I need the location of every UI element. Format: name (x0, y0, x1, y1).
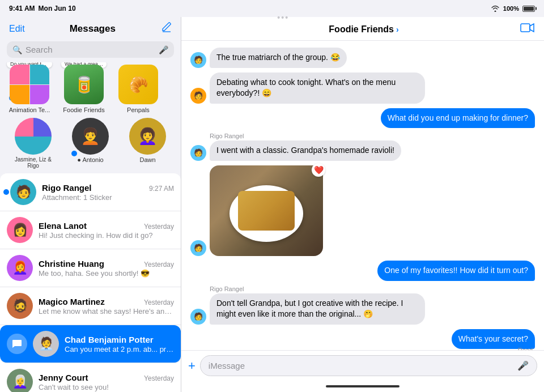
message-bubble: Don't tell Grandpa, but I got creative w… (210, 293, 425, 325)
conv-avatar: 👩‍🦳 (7, 369, 33, 392)
pinned-item-jasmine-liz-rigo[interactable]: Jasmine, Liz & Rigo (11, 118, 56, 169)
home-bar (326, 385, 400, 387)
conv-name: Christine Huang (39, 259, 104, 269)
message-bubble: What's your secret? (452, 329, 535, 350)
message-bubble: What did you end up making for dinner? (381, 108, 535, 129)
pinned-item-dawn[interactable]: 👩‍🦱 Dawn (125, 118, 171, 169)
conv-name: Rigo Rangel (42, 183, 92, 193)
conv-avatar: 👩 (7, 217, 33, 243)
msg-avatar: 🧑 (190, 52, 206, 68)
conv-name: Jenny Court (39, 373, 88, 382)
message-bubble: I went with a classic. Grandpa's homemad… (210, 140, 401, 161)
status-time: 9:41 AM (9, 5, 35, 12)
pinned-item-animation-te[interactable]: Do you want to review all the rend... An… (5, 65, 54, 113)
conv-preview: Hi! Just checking in. How did it go? (39, 231, 174, 240)
conversation-name: Foodie Friends (329, 24, 394, 35)
conv-time: Yesterday (144, 374, 174, 382)
conversation-list: 🧑 Rigo Rangel 9:27 AM Attachment: 1 Stic… (0, 173, 181, 392)
edit-button[interactable]: Edit (9, 24, 25, 34)
input-placeholder: iMessage (209, 361, 245, 370)
search-icon: 🔍 (12, 45, 22, 54)
msg-avatar: 🧑 (190, 240, 206, 256)
battery-icon (522, 6, 535, 12)
status-bar: 9:41 AM Mon Jun 10 ••• 100% (0, 0, 544, 17)
search-placeholder: Search (26, 45, 155, 54)
pinned-item-foodie-friends[interactable]: We had a great time. Home with... 🥫 Food… (59, 65, 109, 113)
compose-button[interactable] (160, 22, 172, 36)
message-row: What did you end up making for dinner? (190, 108, 535, 129)
pinned-item-antonio[interactable]: 🧑‍🦱 ● Antonio (68, 118, 113, 169)
food-image (210, 165, 323, 256)
conv-preview: Let me know what she says! Here's anothe… (39, 307, 174, 316)
message-group-outgoing: What's your secret? Read (190, 329, 535, 350)
wifi-icon (491, 5, 500, 12)
pinned-row2: Jasmine, Liz & Rigo 🧑‍🦱 ● Antonio 👩‍🦱 Da… (0, 118, 181, 173)
heart-reaction: ❤️ (312, 163, 325, 177)
add-attachment-button[interactable]: + (188, 359, 196, 373)
conv-content: Magico Martinez Yesterday Let me know wh… (39, 297, 174, 316)
conv-preview: Attachment: 1 Sticker (42, 193, 174, 202)
message-row: 🧑 ❤️ ⬆ (190, 165, 535, 256)
message-row: 🧑 Don't tell Grandpa, but I got creative… (190, 293, 535, 325)
battery-percent: 100% (503, 5, 519, 12)
pinned-name: ● Antonio (77, 156, 103, 163)
message-bubble: The true matriarch of the group. 😂 (210, 48, 347, 68)
sender-name: Rigo Rangel (210, 286, 535, 292)
message-group: Rigo Rangel 🧑 Don't tell Grandpa, but I … (190, 286, 535, 325)
conv-content: Rigo Rangel 9:27 AM Attachment: 1 Sticke… (42, 183, 174, 202)
top-dots: ••• (277, 13, 289, 22)
message-row: What's your secret? (190, 329, 535, 350)
status-day: Mon Jun 10 (39, 5, 76, 12)
video-call-button[interactable] (520, 23, 535, 36)
conv-item-rigo-rangel[interactable]: 🧑 Rigo Rangel 9:27 AM Attachment: 1 Stic… (0, 173, 181, 211)
pinned-item-penpals[interactable]: 🥐 Penpals (113, 65, 163, 113)
conv-avatar: 👩‍🦰 (7, 255, 33, 281)
conv-preview: Can you meet at 2 p.m. ab... presentatio… (65, 345, 174, 353)
conv-time: Yesterday (144, 261, 174, 269)
image-message: ❤️ (210, 165, 323, 256)
msg-avatar: 🧑 (190, 145, 206, 161)
conv-preview: Can't wait to see you! (39, 383, 174, 391)
search-mic-icon: 🎤 (159, 45, 168, 54)
conv-name: Chad Benjamin Potter (65, 335, 154, 344)
conv-item-magico-martinez[interactable]: 🧔 Magico Martinez Yesterday Let me know … (0, 287, 181, 325)
main-container: Edit Messages 🔍 Search 🎤 Do you want to … (0, 17, 544, 392)
pinned-row1: Do you want to review all the rend... An… (0, 62, 181, 118)
conv-avatar: 🧑‍💼 (33, 331, 59, 357)
conv-content: Chad Benjamin Potter Can you meet at 2 p… (65, 335, 174, 353)
conv-time: 9:27 AM (149, 185, 174, 193)
pinned-name: Animation Te... (9, 106, 50, 113)
conv-item-christine-huang[interactable]: 👩‍🦰 Christine Huang Yesterday Me too, ha… (0, 249, 181, 287)
sender-name: Rigo Rangel (210, 133, 535, 139)
unread-dot (71, 151, 77, 156)
compose-icon (160, 22, 172, 33)
conv-content: Christine Huang Yesterday Me too, haha. … (39, 259, 174, 278)
conv-time: Yesterday (144, 223, 174, 231)
conv-item-jenny-court[interactable]: 👩‍🦳 Jenny Court Yesterday Can't wait to … (0, 363, 181, 392)
message-row: One of my favorites!! How did it turn ou… (190, 261, 535, 281)
pinned-name: Foodie Friends (63, 106, 104, 113)
chevron-right-icon: › (396, 25, 399, 34)
message-bubble: Debating what to cook tonight. What's on… (210, 73, 425, 104)
conversation-title: Foodie Friends › (329, 24, 398, 35)
unread-dot (3, 189, 9, 195)
conv-content: Elena Lanot Yesterday Hi! Just checking … (39, 221, 174, 240)
status-bar-right: 100% (491, 5, 535, 12)
message-row: 🧑 I went with a classic. Grandpa's homem… (190, 140, 535, 161)
status-bar-left: 9:41 AM Mon Jun 10 (9, 5, 76, 12)
conv-avatar: 🧔 (7, 293, 33, 319)
conv-preview: Me too, haha. See you shortly! 😎 (39, 269, 174, 278)
message-group: Rigo Rangel 🧑 I went with a classic. Gra… (190, 133, 535, 161)
conv-content: Jenny Court Yesterday Can't wait to see … (39, 373, 174, 391)
pinned-name: Penpals (127, 106, 150, 113)
search-bar[interactable]: 🔍 Search 🎤 (7, 41, 174, 58)
conv-time: Yesterday (144, 299, 174, 306)
conv-item-elena-lanot[interactable]: 👩 Elena Lanot Yesterday Hi! Just checkin… (0, 211, 181, 249)
message-input[interactable]: iMessage 🎤 (200, 355, 537, 376)
messages-area: 🧑 The true matriarch of the group. 😂 🧑 D… (181, 41, 544, 350)
left-panel: Edit Messages 🔍 Search 🎤 Do you want to … (0, 17, 181, 392)
conv-item-chad-benjamin-potter[interactable]: 🧑‍💼 Chad Benjamin Potter Can you meet at… (0, 325, 181, 363)
pinned-name: Jasmine, Liz & Rigo (11, 156, 56, 169)
home-indicator (181, 381, 544, 392)
pinned-name: Dawn (139, 156, 155, 163)
